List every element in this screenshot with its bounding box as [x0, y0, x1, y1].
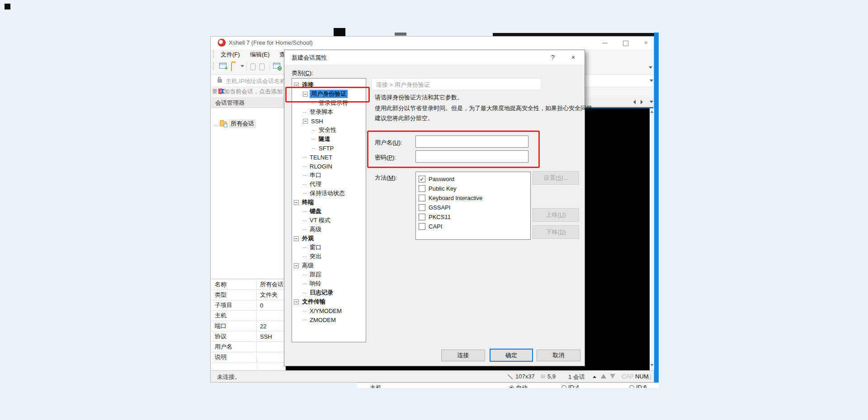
- dialog-tree-item[interactable]: 高级: [292, 225, 366, 234]
- property-row: 子项目0: [211, 300, 286, 311]
- chevron-down-icon[interactable]: [241, 65, 244, 67]
- drag-handle: [213, 62, 214, 70]
- dialog-tree-item[interactable]: 文件传输: [292, 297, 366, 306]
- toolbar-overflow-icon[interactable]: [649, 66, 652, 69]
- dialog-tree-item[interactable]: 保持活动状态: [292, 189, 366, 198]
- toolbar-separator: [246, 62, 247, 71]
- dialog-tree-item[interactable]: 登录提示符: [292, 98, 366, 107]
- dialog-tree-item[interactable]: 外观: [292, 234, 366, 243]
- close-button[interactable]: ×: [639, 40, 653, 47]
- tab-scroll-right-icon[interactable]: [641, 100, 643, 104]
- gear-badge: [278, 66, 282, 70]
- property-value: SSH: [257, 333, 272, 340]
- checkbox-icon[interactable]: [419, 214, 425, 220]
- session-tree-root[interactable]: 所有会话: [214, 120, 256, 128]
- cancel-button[interactable]: 取消: [537, 350, 580, 361]
- method-item[interactable]: CAPI: [416, 222, 530, 231]
- tree-expander-icon[interactable]: [303, 119, 308, 124]
- method-label: PKCS11: [429, 214, 451, 220]
- dialog-tree-item[interactable]: SSH: [292, 117, 366, 126]
- flag-icon: [218, 89, 225, 94]
- tree-expander-icon[interactable]: [303, 92, 308, 97]
- menu-edit[interactable]: 编辑(E): [250, 51, 269, 59]
- new-session-icon[interactable]: +: [219, 63, 226, 69]
- dialog-tree-item[interactable]: 隧道: [292, 135, 366, 144]
- tree-expander-icon[interactable]: [294, 299, 299, 304]
- dialog-help-button[interactable]: ?: [547, 53, 559, 62]
- connect-button[interactable]: 连接: [441, 350, 485, 361]
- terminal-scrollbar[interactable]: [650, 108, 654, 370]
- method-list[interactable]: ✓PasswordPublic KeyKeyboard InteractiveG…: [415, 172, 531, 240]
- resize-grip[interactable]: [646, 375, 651, 379]
- username-input[interactable]: [415, 135, 528, 148]
- tree-item-label: RLOGIN: [308, 163, 334, 170]
- dialog-tree-item[interactable]: 串口: [292, 171, 366, 180]
- dialog-tree-item[interactable]: 响铃: [292, 279, 366, 288]
- dialog-tree-item[interactable]: VT 模式: [292, 216, 366, 225]
- dialog-tree-item[interactable]: ZMODEM: [292, 315, 366, 324]
- tab-scroll-left-icon[interactable]: [633, 100, 636, 104]
- method-item[interactable]: PKCS11: [416, 212, 530, 222]
- dialog-tree-item[interactable]: 连接: [292, 80, 366, 89]
- dialog-tree-item[interactable]: RLOGIN: [292, 162, 366, 171]
- title-bar[interactable]: Xshell 7 (Free for Home/School) ×: [211, 37, 654, 49]
- dialog-tree-item[interactable]: 安全性: [292, 126, 366, 135]
- tree-expander-icon[interactable]: [294, 200, 299, 205]
- tree-connector: [303, 280, 307, 284]
- dialog-tree-item[interactable]: 代理: [292, 180, 366, 189]
- dialog-category-tree[interactable]: 连接用户身份验证登录提示符登录脚本SSH安全性隧道SFTPTELNETRLOGI…: [292, 78, 366, 342]
- move-up-button[interactable]: 上移(U): [533, 208, 579, 222]
- password-input[interactable]: [415, 150, 528, 163]
- dialog-tree-item[interactable]: 跟踪: [292, 270, 366, 279]
- move-down-button[interactable]: 下移(D): [533, 225, 579, 239]
- tree-connector: [312, 135, 316, 140]
- checkbox-icon[interactable]: [419, 195, 425, 201]
- dialog-tree-item[interactable]: 日志记录: [292, 288, 366, 297]
- tree-expander-icon[interactable]: [294, 263, 299, 268]
- dialog-tree-item[interactable]: 窗口: [292, 243, 366, 252]
- properties-icon[interactable]: [273, 63, 280, 69]
- tree-connector: [303, 307, 307, 311]
- dialog-title-bar[interactable]: 新建会话属性 ? ×: [284, 50, 585, 65]
- method-item[interactable]: ✓Password: [416, 174, 530, 184]
- bg-fragment-host: 主机: [370, 384, 382, 388]
- checkbox-icon[interactable]: [419, 204, 425, 211]
- session-manager-panel: 所有会话: [211, 108, 286, 279]
- tree-expander-icon[interactable]: [294, 83, 299, 88]
- settings-button[interactable]: 设置(S)...: [533, 171, 579, 185]
- background-window-fragment: [395, 33, 406, 36]
- tree-connector: [303, 171, 307, 176]
- dialog-tree-item[interactable]: 终端: [292, 198, 366, 207]
- dialog-tree-item[interactable]: 突出: [292, 252, 366, 261]
- maximize-icon: [623, 41, 628, 46]
- method-item[interactable]: GSSAPI: [416, 203, 530, 212]
- dialog-tree-item[interactable]: 用户身份验证: [292, 89, 366, 98]
- dialog-tree-item[interactable]: 高级: [292, 261, 366, 270]
- dialog-tree-item[interactable]: 登录脚本: [292, 107, 366, 117]
- maximize-button[interactable]: [619, 40, 632, 47]
- minimize-button[interactable]: [598, 40, 612, 47]
- method-item[interactable]: Keyboard Interactive: [416, 193, 530, 203]
- dialog-tree-item[interactable]: 键盘: [292, 207, 366, 216]
- menu-file[interactable]: 文件(F): [221, 51, 240, 59]
- dialog-tree-item[interactable]: SFTP: [292, 144, 366, 153]
- method-item[interactable]: Public Key: [416, 184, 530, 193]
- checkbox-icon[interactable]: [419, 223, 425, 230]
- scroll-up-icon[interactable]: [650, 111, 654, 113]
- ok-button[interactable]: 确定: [490, 349, 533, 362]
- download-arrow-icon[interactable]: [610, 374, 615, 378]
- property-row: 用户名: [211, 342, 286, 352]
- address-input[interactable]: 主机,IP地址或会话名称: [226, 77, 286, 85]
- dialog-close-button[interactable]: ×: [567, 53, 580, 62]
- upload-arrow-icon[interactable]: [601, 374, 606, 378]
- checkbox-checked-icon[interactable]: ✓: [419, 176, 425, 182]
- session-list-caret-icon[interactable]: [593, 376, 596, 378]
- checkbox-icon[interactable]: [419, 185, 425, 192]
- dialog-tree-item[interactable]: X/YMODEM: [292, 306, 366, 315]
- tab-list-icon[interactable]: [650, 101, 653, 103]
- address-dropdown-icon[interactable]: [650, 79, 653, 82]
- open-folder-icon[interactable]: [231, 63, 232, 71]
- dialog-tree-item[interactable]: TELNET: [292, 153, 366, 162]
- scroll-down-icon[interactable]: [650, 364, 654, 366]
- tree-expander-icon[interactable]: [294, 236, 299, 241]
